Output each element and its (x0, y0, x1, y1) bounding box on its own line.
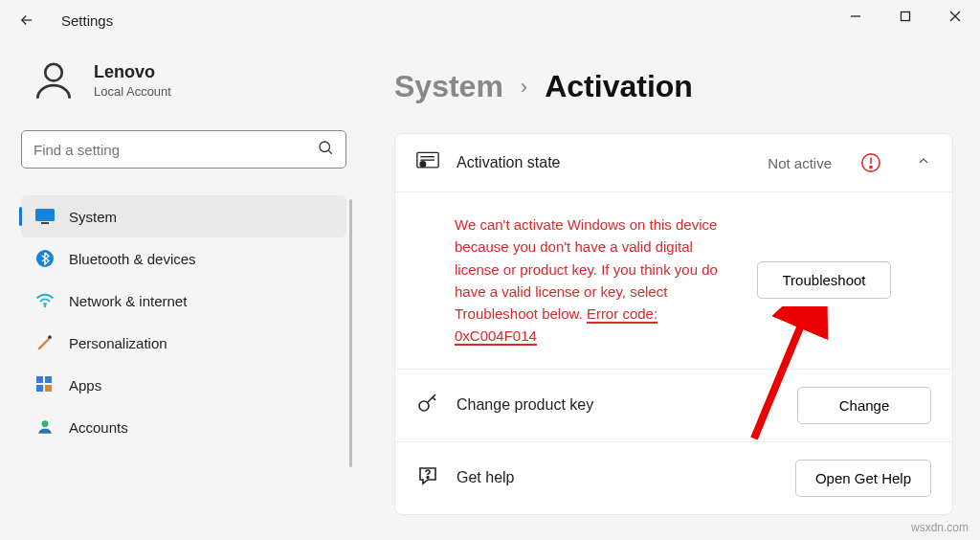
svg-rect-7 (35, 209, 55, 221)
back-button[interactable] (11, 5, 42, 35)
change-button[interactable]: Change (797, 387, 931, 424)
sidebar-item-label: System (69, 209, 117, 225)
activation-status: Not active (768, 155, 832, 171)
alert-icon (860, 152, 881, 173)
svg-rect-1 (902, 12, 910, 21)
svg-point-18 (419, 161, 426, 168)
help-icon (416, 464, 439, 491)
sidebar-item-label: Network & internet (69, 293, 187, 309)
sidebar-item-accounts[interactable]: Accounts (21, 406, 346, 448)
minimize-button[interactable] (831, 0, 880, 33)
breadcrumb-parent[interactable]: System (394, 69, 503, 104)
svg-point-23 (870, 166, 872, 168)
chevron-up-icon (916, 153, 931, 172)
sidebar-item-bluetooth[interactable]: Bluetooth & devices (21, 237, 346, 280)
svg-point-24 (419, 401, 429, 411)
activation-error-text: We can't activate Windows on this device… (455, 214, 732, 348)
maximize-button[interactable] (880, 0, 930, 33)
svg-rect-15 (45, 385, 52, 392)
avatar-icon (27, 54, 80, 107)
troubleshoot-button[interactable]: Troubleshoot (757, 261, 891, 299)
sidebar-item-network[interactable]: Network & internet (21, 280, 346, 322)
activation-state-label: Activation state (457, 154, 750, 171)
get-help-label: Get help (457, 469, 778, 486)
account-type: Local Account (94, 84, 171, 99)
activation-card: Activation state Not active We can't act… (394, 133, 953, 515)
sidebar-item-system[interactable]: System (21, 195, 346, 237)
system-icon (34, 206, 56, 227)
sidebar-item-apps[interactable]: Apps (21, 364, 346, 406)
svg-point-11 (48, 335, 52, 339)
search-box[interactable] (21, 130, 346, 169)
window-title: Settings (61, 12, 113, 29)
svg-rect-13 (45, 376, 52, 383)
key-icon (416, 392, 439, 418)
activation-state-row[interactable]: Activation state Not active (395, 134, 952, 192)
apps-icon (34, 374, 56, 395)
watermark: wsxdn.com (911, 521, 969, 534)
account-name: Lenovo (94, 62, 171, 82)
change-product-key-label: Change product key (457, 396, 780, 414)
svg-line-6 (328, 150, 331, 153)
svg-point-16 (42, 420, 49, 427)
account-block[interactable]: Lenovo Local Account (21, 40, 346, 130)
svg-point-10 (44, 305, 47, 308)
change-product-key-row: Change product key Change (395, 370, 952, 442)
sidebar-item-label: Bluetooth & devices (69, 251, 196, 267)
search-input[interactable] (33, 142, 317, 158)
certificate-icon (416, 151, 439, 174)
nav-list: System Bluetooth & devices Network & int… (21, 195, 346, 448)
sidebar-item-label: Personalization (69, 335, 167, 351)
svg-rect-14 (36, 385, 43, 392)
page-title: Activation (545, 69, 693, 104)
close-button[interactable] (930, 0, 980, 33)
sidebar-item-label: Apps (69, 377, 101, 394)
bluetooth-icon (34, 248, 56, 269)
get-help-row: Get help Open Get Help (395, 442, 952, 514)
nav-scrollbar[interactable] (349, 199, 352, 467)
network-icon (34, 290, 56, 311)
chevron-right-icon: › (521, 75, 527, 100)
search-icon (317, 139, 334, 160)
sidebar-item-personalization[interactable]: Personalization (21, 322, 346, 364)
svg-rect-8 (41, 222, 49, 224)
svg-rect-12 (36, 376, 43, 383)
svg-point-25 (427, 477, 429, 479)
breadcrumb: System › Activation (394, 69, 953, 104)
svg-point-5 (320, 142, 330, 152)
sidebar-item-label: Accounts (69, 419, 128, 436)
activation-error-row: We can't activate Windows on this device… (395, 192, 952, 370)
accounts-icon (34, 416, 56, 438)
open-get-help-button[interactable]: Open Get Help (795, 460, 931, 497)
personalization-icon (34, 332, 56, 353)
svg-point-4 (45, 64, 62, 81)
